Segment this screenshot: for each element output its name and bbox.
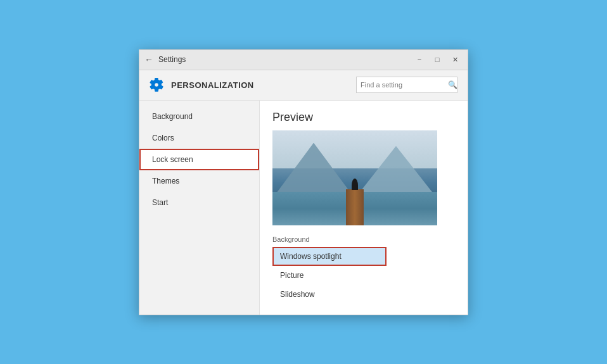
figure	[352, 179, 358, 190]
background-section-label: Background	[272, 235, 455, 243]
mountain-left-shape	[272, 137, 355, 199]
window-title: Settings	[158, 55, 412, 64]
gear-icon	[150, 78, 163, 92]
sidebar-item-themes[interactable]: Themes	[139, 170, 259, 192]
window-controls: − □ ✕	[412, 53, 463, 66]
main-content: Preview Background Windows spotlig	[260, 101, 468, 315]
close-button[interactable]: ✕	[447, 53, 463, 66]
sidebar-item-start[interactable]: Start	[139, 192, 259, 213]
maximize-button[interactable]: □	[430, 53, 445, 66]
settings-window: ← Settings − □ ✕ PERSONALIZATION 🔍 Backg…	[139, 49, 468, 315]
search-input[interactable]	[361, 81, 448, 89]
header-title: PERSONALIZATION	[171, 80, 356, 90]
bg-option-slideshow[interactable]: Slideshow	[272, 285, 387, 304]
svg-marker-1	[272, 143, 355, 199]
preview-image	[272, 130, 437, 225]
preview-label: Preview	[272, 111, 455, 124]
sidebar: Background Colors Lock screen Themes Sta…	[139, 101, 260, 315]
svg-marker-2	[355, 146, 437, 199]
back-button[interactable]: ←	[144, 54, 153, 65]
sidebar-item-lock-screen[interactable]: Lock screen	[139, 149, 259, 170]
content-area: Background Colors Lock screen Themes Sta…	[139, 101, 468, 315]
minimize-button[interactable]: −	[412, 53, 427, 66]
sidebar-item-colors[interactable]: Colors	[139, 127, 259, 149]
bg-option-windows-spotlight[interactable]: Windows spotlight	[272, 247, 387, 266]
search-box[interactable]: 🔍	[356, 77, 457, 93]
sidebar-item-background[interactable]: Background	[139, 106, 259, 127]
mountain-right-shape	[355, 137, 437, 199]
title-bar: ← Settings − □ ✕	[139, 50, 468, 70]
app-header: PERSONALIZATION 🔍	[139, 70, 468, 101]
dock	[346, 189, 364, 225]
bg-option-picture[interactable]: Picture	[272, 266, 387, 285]
search-icon: 🔍	[448, 80, 457, 89]
